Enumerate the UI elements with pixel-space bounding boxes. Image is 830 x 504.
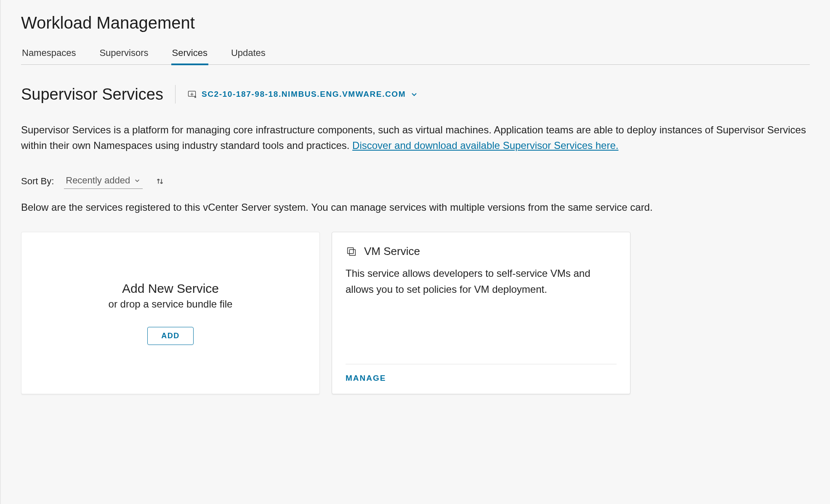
service-cards: Add New Service or drop a service bundle… [21, 232, 810, 394]
add-service-title: Add New Service [122, 281, 219, 296]
tab-bar: Namespaces Supervisors Services Updates [21, 48, 810, 65]
sort-direction-icon[interactable] [155, 177, 165, 186]
add-button[interactable]: ADD [147, 327, 194, 345]
service-card-title: VM Service [364, 245, 420, 258]
sort-by-label: Sort By: [21, 176, 54, 187]
svg-rect-2 [349, 249, 355, 255]
sort-select[interactable]: Recently added [64, 173, 143, 189]
add-service-card[interactable]: Add New Service or drop a service bundle… [21, 232, 320, 394]
sub-description: Below are the services registered to thi… [21, 202, 810, 213]
svg-rect-1 [348, 248, 354, 254]
sort-row: Sort By: Recently added [21, 173, 810, 189]
sort-select-value: Recently added [66, 175, 130, 186]
workload-management-page: Workload Management Namespaces Superviso… [0, 0, 830, 504]
manage-button[interactable]: MANAGE [346, 374, 386, 382]
tab-services[interactable]: Services [171, 48, 208, 65]
description: Supervisor Services is a platform for ma… [21, 122, 810, 153]
vm-service-icon [346, 246, 357, 257]
service-card-body: This service allows developers to self-s… [332, 265, 630, 364]
chevron-down-icon [134, 178, 140, 183]
divider [175, 85, 176, 103]
page-title: Workload Management [21, 13, 810, 32]
vcenter-link-text: SC2-10-187-98-18.NIMBUS.ENG.VMWARE.COM [202, 90, 406, 99]
service-card-header: VM Service [332, 232, 630, 265]
vm-service-card: VM Service This service allows developer… [332, 232, 630, 394]
vcenter-icon [187, 90, 197, 99]
sub-header: Supervisor Services SC2-10-187-98-18.NIM… [21, 85, 810, 103]
tab-supervisors[interactable]: Supervisors [98, 48, 149, 65]
tab-namespaces[interactable]: Namespaces [21, 48, 77, 65]
chevron-down-icon [411, 91, 418, 98]
vcenter-selector[interactable]: SC2-10-187-98-18.NIMBUS.ENG.VMWARE.COM [187, 90, 418, 99]
discover-services-link[interactable]: Discover and download available Supervis… [352, 140, 618, 151]
card-actions: MANAGE [332, 364, 630, 394]
sub-title: Supervisor Services [21, 85, 163, 103]
tab-updates[interactable]: Updates [230, 48, 266, 65]
add-service-subtitle: or drop a service bundle file [109, 298, 233, 310]
